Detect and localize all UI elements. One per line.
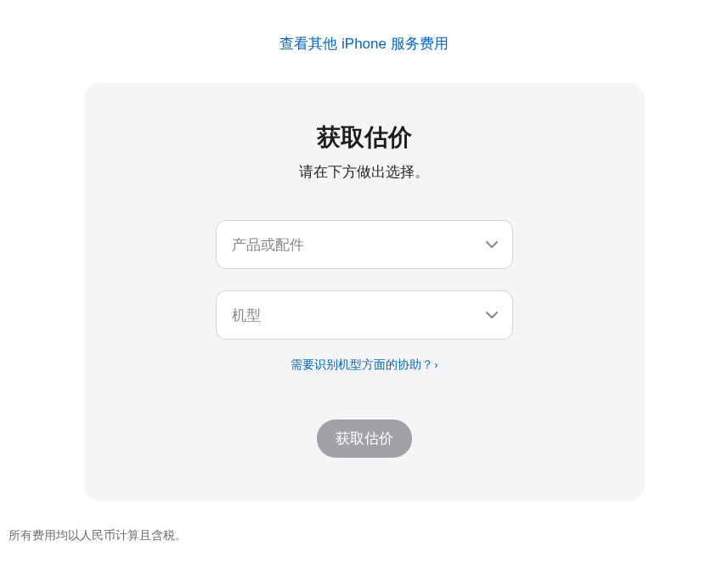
other-services-link[interactable]: 查看其他 iPhone 服务费用: [279, 36, 448, 52]
product-select-placeholder: 产品或配件: [232, 237, 304, 253]
footnotes: 所有费用均以人民币计算且含税。 截至 2023 年 2 月底，保外电池服务的费用…: [8, 524, 720, 563]
chevron-right-icon: ›: [435, 359, 438, 371]
card-title: 获取估价: [118, 121, 611, 154]
model-select[interactable]: 机型: [216, 290, 513, 340]
get-estimate-button[interactable]: 获取估价: [317, 419, 412, 458]
estimate-card: 获取估价 请在下方做出选择。 产品或配件 机型 需要识别机型方面的协助？› 获取…: [84, 83, 645, 500]
model-select-placeholder: 机型: [232, 307, 261, 324]
identify-model-help-link[interactable]: 需要识别机型方面的协助？›: [291, 358, 438, 371]
card-subtitle: 请在下方做出选择。: [118, 162, 611, 182]
help-link-label: 需要识别机型方面的协助？: [291, 358, 433, 371]
footnote-currency: 所有费用均以人民币计算且含税。: [8, 524, 720, 547]
product-select[interactable]: 产品或配件: [216, 220, 513, 269]
